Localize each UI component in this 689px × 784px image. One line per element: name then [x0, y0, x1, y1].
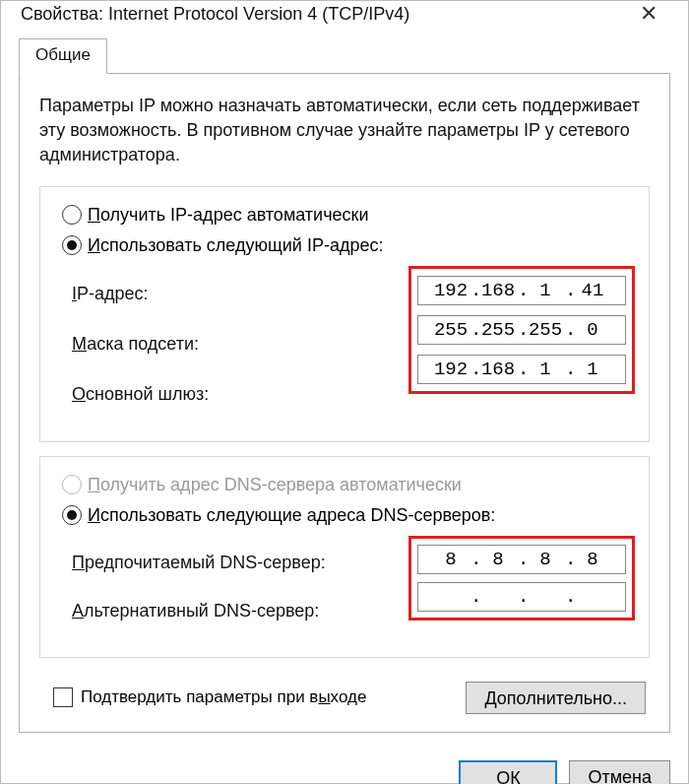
label-default-gateway: Основной шлюз: — [72, 384, 209, 405]
radio-icon — [62, 235, 82, 255]
radio-dns-manual[interactable]: Использовать следующие адреса DNS-сервер… — [62, 505, 635, 526]
checkbox-validate-on-exit[interactable]: Подтвердить параметры при выходе — [53, 687, 366, 707]
radio-dns-auto: Получить адрес DNS-сервера автоматически — [62, 475, 635, 495]
intro-text: Параметры IP можно назначать автоматичес… — [39, 94, 650, 168]
tabstrip: Общие — [19, 38, 670, 73]
ipv4-properties-dialog: Свойства: Internet Protocol Version 4 (T… — [0, 0, 689, 784]
cancel-button[interactable]: Отмена — [569, 760, 670, 784]
radio-icon — [62, 205, 82, 225]
dialog-footer: ОК Отмена — [1, 747, 688, 784]
dns-fields-highlight: 8.8.8.8 ... — [408, 536, 635, 621]
window-title: Свойства: Internet Protocol Version 4 (T… — [21, 4, 409, 25]
radio-ip-manual[interactable]: Использовать следующий IP-адрес: — [62, 235, 635, 256]
ip-address-group: Получить IP-адрес автоматически Использо… — [39, 186, 650, 442]
advanced-button[interactable]: Дополнительно... — [466, 682, 646, 714]
ip-fields-highlight: 192.168.1.41 255.255.255.0 192.168.1 — [408, 266, 635, 394]
tab-general[interactable]: Общие — [19, 38, 107, 74]
close-button[interactable]: ✕ — [629, 1, 668, 27]
radio-icon — [62, 475, 82, 494]
dns-group: Получить адрес DNS-сервера автоматически… — [39, 456, 650, 658]
radio-ip-auto[interactable]: Получить IP-адрес автоматически — [62, 205, 635, 226]
label-subnet-mask: Маска подсети: — [72, 334, 199, 355]
checkbox-validate-label: Подтвердить параметры при выходе — [81, 687, 366, 707]
ok-button[interactable]: ОК — [459, 760, 557, 784]
radio-icon — [62, 505, 82, 525]
input-default-gateway[interactable]: 192.168.1.1 — [417, 355, 626, 384]
titlebar: Свойства: Internet Protocol Version 4 (T… — [1, 1, 688, 27]
input-subnet-mask[interactable]: 255.255.255.0 — [417, 315, 626, 345]
label-alternate-dns: Альтернативный DNS-сервер: — [72, 601, 319, 621]
input-preferred-dns[interactable]: 8.8.8.8 — [417, 545, 626, 574]
label-preferred-dns: Предпочитаемый DNS-сервер: — [72, 553, 326, 573]
content-area: Общие Параметры IP можно назначать автом… — [1, 27, 688, 747]
label-ip-address: IP-адрес: — [72, 284, 149, 304]
input-ip-address[interactable]: 192.168.1.41 — [417, 276, 626, 305]
tab-panel-general: Параметры IP можно назначать автоматичес… — [19, 73, 670, 733]
input-alternate-dns[interactable]: ... — [417, 582, 626, 612]
